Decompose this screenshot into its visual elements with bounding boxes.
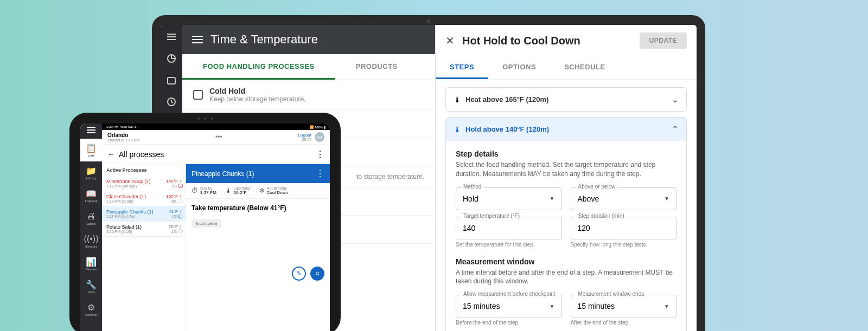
tablet-camera-dots: [197, 118, 213, 120]
chevron-up-icon: ⌃: [672, 124, 679, 134]
section-desc: A time interval before and after the end…: [456, 268, 676, 287]
chevron-down-icon: ▼: [664, 303, 669, 309]
chevron-down-icon: ▼: [550, 303, 555, 309]
process-detail: Pineapple Chunks (1) ⋮ ⏱Due by1:37 PM 🌡L…: [186, 164, 330, 331]
drawer-header: ✕ Hot Hold to Cool Down UPDATE: [436, 25, 697, 56]
close-icon[interactable]: ✕: [445, 34, 455, 47]
edit-button[interactable]: ✎: [292, 267, 306, 281]
process-row[interactable]: Cold Hold Keep below storage temperature…: [182, 80, 435, 110]
process-list: Active Processes Minestrone Soup (1) 1:1…: [102, 164, 186, 331]
tab-schedule[interactable]: SCHEDULE: [550, 56, 620, 79]
sync-status: Synced at 1:18 PM: [107, 138, 139, 142]
tab-food-handling[interactable]: FOOD HANDLING PROCESSES: [182, 54, 335, 80]
laptop-camera: [427, 20, 430, 23]
snowflake-icon: ❄: [259, 187, 265, 194]
chevron-down-icon: ⌄: [672, 94, 679, 105]
method-select[interactable]: Method Hold▼: [456, 187, 562, 210]
book-icon: 📖: [86, 189, 96, 198]
step-label: Heat above 165°F (120m): [465, 95, 666, 103]
tab-steps[interactable]: STEPS: [436, 56, 488, 79]
sidebar-lists[interactable]: 📋Lists: [80, 139, 102, 161]
update-button[interactable]: UPDATE: [640, 33, 687, 49]
list-item[interactable]: Pineapple Chunks (1) 1:37 PM (in 17m) 41…: [102, 206, 186, 222]
side-drawer: ✕ Hot Hold to Cool Down UPDATE STEPS OPT…: [435, 25, 697, 331]
more-icon[interactable]: •••: [139, 133, 298, 141]
thermometer-icon: 🌡: [225, 187, 232, 194]
tablet-sidebar: 📋Lists 📁Library 📖Logbook 🖨Labels ((•))Se…: [80, 124, 102, 331]
detail-meta: ⏱Due by1:37 PM 🌡Last temp50.2°F ❄Room Te…: [186, 183, 330, 199]
gear-icon: ⚙: [86, 302, 96, 312]
chevron-down-icon: ▼: [664, 196, 669, 202]
tablet-subheader: ← All processes ⋮: [102, 145, 330, 164]
avatar[interactable]: AJ: [315, 132, 324, 142]
sidebar-tools[interactable]: 🔧Tools: [80, 275, 102, 298]
sidebar-sensors[interactable]: ((•))Sensors: [80, 230, 102, 252]
tablet-screen: 📋Lists 📁Library 📖Logbook 🖨Labels ((•))Se…: [80, 124, 330, 331]
hamburger-icon[interactable]: [87, 127, 95, 133]
back-icon[interactable]: ←: [107, 150, 114, 158]
calendar-icon[interactable]: [166, 75, 177, 86]
countdown: 29:57: [298, 138, 311, 141]
section-title: Step details: [456, 150, 676, 158]
chart-icon: 📊: [86, 257, 96, 267]
section-desc: Select the food handling method. Set the…: [456, 160, 676, 179]
tablet-topbar: Orlando Synced at 1:18 PM ••• Logout 29:…: [102, 130, 330, 145]
folder-icon: 📁: [86, 166, 96, 176]
clock-icon[interactable]: [166, 96, 177, 107]
tablet-content: 1:20 PM Wed Nov 1 📶 100% ▮ Orlando Synce…: [102, 124, 330, 331]
drawer-title: Hot Hold to Cool Down: [462, 35, 632, 47]
detail-actions: ✎ ⌗: [186, 261, 330, 286]
step-body: Step details Select the food handling me…: [446, 141, 686, 331]
sidebar-labels[interactable]: 🖨Labels: [80, 207, 102, 230]
list-item[interactable]: Clam Chowder (1) 1:29 PM (in 9m) 165°F ↑…: [102, 191, 186, 206]
progress-ring-icon: [178, 199, 183, 203]
list-heading: Active Processes: [102, 164, 186, 176]
process-desc: Keep below storage temperature.: [209, 95, 305, 103]
sidebar-logbook[interactable]: 📖Logbook: [80, 184, 102, 207]
keypad-button[interactable]: ⌗: [310, 267, 324, 281]
more-icon[interactable]: ⋮: [316, 168, 324, 179]
sidebar-library[interactable]: 📁Library: [80, 161, 102, 184]
sidebar-reports[interactable]: 📊Reports: [80, 252, 102, 275]
target-temp-input[interactable]: Target temperature (°F) 140 Set the temp…: [456, 217, 562, 254]
desktop-tabs: FOOD HANDLING PROCESSES PRODUCTS: [182, 54, 435, 80]
more-icon[interactable]: ⋮: [316, 149, 324, 159]
wifi-icon: 📶: [310, 126, 314, 129]
clipboard-icon: 📋: [86, 143, 96, 153]
drawer-tabs: STEPS OPTIONS SCHEDULE: [436, 56, 697, 80]
page-title: Time & Temperature: [210, 33, 318, 47]
process-desc-fragment: to storage temperature.: [356, 173, 424, 180]
checkbox-icon: [193, 90, 203, 100]
step-label: Hold above 140°F (120m): [465, 125, 666, 133]
tablet-frame: 📋Lists 📁Library 📖Logbook 🖨Labels ((•))Se…: [69, 113, 341, 331]
svg-rect-1: [168, 77, 175, 84]
chevron-down-icon: ▼: [550, 196, 555, 202]
step-header[interactable]: 🌡 Hold above 140°F (120m) ⌃: [446, 118, 686, 141]
subheader-title: All processes: [119, 150, 311, 159]
menu-icon[interactable]: [166, 31, 177, 42]
list-item[interactable]: Minestrone Soup (1) 1:17 PM (3m ago) 140…: [102, 176, 186, 191]
before-checkpoint-select[interactable]: Allow measurement before checkpoint 15 m…: [456, 295, 562, 331]
task-label: Take temperature (Below 41°F): [186, 199, 330, 217]
process-name: Cold Hold: [209, 87, 305, 95]
list-item[interactable]: Potato Salad (1) 3:20 PM (in 2h) 70°F ↓ …: [102, 222, 186, 237]
progress-ring-icon: [178, 229, 183, 233]
pie-icon[interactable]: [166, 53, 177, 64]
step-card-collapsed[interactable]: 🌡 Heat above 165°F (120m) ⌄: [445, 87, 687, 112]
logout-link[interactable]: Logout: [298, 133, 311, 138]
tab-options[interactable]: OPTIONS: [488, 56, 550, 79]
window-ends-select[interactable]: Measurement window ends 15 minutes▼ Afte…: [571, 295, 677, 331]
step-card-expanded: 🌡 Hold above 140°F (120m) ⌃ Step details…: [445, 117, 687, 331]
thermometer-icon: 🌡: [454, 95, 460, 104]
status-bar: 1:20 PM Wed Nov 1 📶 100% ▮: [102, 124, 330, 130]
clock-icon: ⏱: [192, 187, 198, 194]
tab-products[interactable]: PRODUCTS: [335, 54, 418, 80]
hamburger-icon[interactable]: [192, 36, 203, 43]
progress-ring-icon: [178, 184, 183, 188]
status-chip: Incomplete: [192, 219, 221, 228]
thermometer-icon: 🌡: [454, 125, 460, 134]
sidebar-settings[interactable]: ⚙Settings: [80, 298, 102, 321]
step-duration-input[interactable]: Step duration (min) 120 Specify how long…: [571, 217, 677, 254]
above-below-select[interactable]: Above or below Above▼: [571, 187, 677, 210]
desktop-header: Time & Temperature: [182, 25, 435, 54]
